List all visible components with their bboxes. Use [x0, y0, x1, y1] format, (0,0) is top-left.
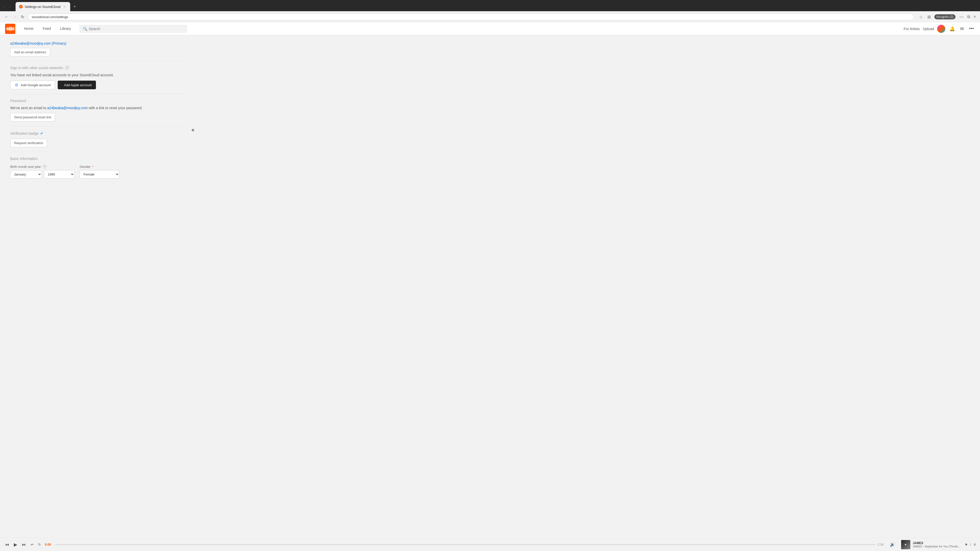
- new-tab-button[interactable]: +: [71, 3, 78, 11]
- soundwave-icon: [6, 27, 14, 31]
- password-section-text: We've sent an email to a24beaba@moodjoy.…: [10, 106, 189, 110]
- notifications-button[interactable]: 🔔: [948, 25, 956, 33]
- google-icon: G: [14, 83, 19, 87]
- gender-label-text: Gender: [80, 165, 91, 168]
- send-reset-button[interactable]: Send password-reset link: [10, 113, 55, 121]
- nav-right-section: For Artists Upload 🔔 ✉ •••: [904, 25, 975, 33]
- more-button[interactable]: •••: [968, 25, 975, 32]
- tab-close-button[interactable]: ×: [62, 4, 67, 9]
- verification-title-text: Verification badge: [10, 131, 38, 135]
- tab-title: Settings on SoundCloud: [25, 5, 60, 9]
- browser-chrome: ‹ › S Settings on SoundCloud × + ← → ↻ s…: [0, 0, 980, 22]
- help-icon: ?: [65, 66, 69, 70]
- divider-2: [10, 94, 189, 94]
- birth-month-select[interactable]: January February March April May June Ju…: [10, 170, 42, 179]
- tab-bar-nav: ‹ ›: [2, 3, 13, 10]
- birth-inputs: January February March April May June Ju…: [10, 170, 75, 179]
- birth-year-select[interactable]: 1993 1994 1995 1996 1997: [44, 170, 75, 179]
- email-section: a24beaba@moodjoy.com (Primary) Add an em…: [10, 41, 189, 56]
- birth-label: Birth month and year ?: [10, 165, 75, 168]
- user-avatar[interactable]: [937, 25, 945, 33]
- sc-logo-icon: [5, 24, 15, 34]
- tab-nav-forward[interactable]: ›: [8, 3, 12, 10]
- bookmark-button[interactable]: ☆: [918, 14, 924, 21]
- extensions-button[interactable]: ⊞: [926, 14, 932, 21]
- social-section-text: You have not linked social accounts to y…: [10, 73, 189, 77]
- for-artists-link[interactable]: For Artists: [904, 27, 920, 31]
- request-verification-button[interactable]: Request verification: [10, 139, 47, 147]
- nav-library[interactable]: Library: [56, 22, 76, 35]
- url-bar[interactable]: soundcloud.com/settings: [28, 14, 914, 21]
- refresh-button[interactable]: ↻: [19, 14, 26, 21]
- add-google-button[interactable]: G Add Google account: [10, 81, 55, 89]
- search-icon: 🔍: [83, 27, 87, 31]
- close-window-button[interactable]: ×: [973, 14, 977, 20]
- social-buttons-row: G Add Google account Add Apple account: [10, 81, 189, 89]
- nav-feed[interactable]: Feed: [38, 22, 56, 35]
- settings-content: a24beaba@moodjoy.com (Primary) Add an em…: [0, 35, 199, 185]
- upload-link[interactable]: Upload: [923, 27, 934, 31]
- nav-home[interactable]: Home: [19, 22, 38, 35]
- window-controls: — ⧉ ×: [959, 14, 977, 20]
- gender-label: Gender *: [80, 165, 119, 168]
- gender-select[interactable]: Female Male Non-binary Custom Prefer not…: [80, 170, 119, 179]
- url-text: soundcloud.com/settings: [32, 15, 68, 19]
- tab-bar: ‹ › S Settings on SoundCloud × +: [0, 0, 980, 11]
- add-apple-button[interactable]: Add Apple account: [58, 81, 96, 89]
- password-section: Password We've sent an email to a24beaba…: [10, 99, 189, 121]
- birth-help-icon: ?: [43, 165, 46, 168]
- divider-4: [10, 152, 189, 152]
- social-networks-section: Sign in with other social networks ? You…: [10, 66, 189, 89]
- email-primary: a24beaba@moodjoy.com (Primary): [10, 41, 189, 45]
- back-button[interactable]: ←: [3, 14, 10, 20]
- divider-1: [10, 61, 189, 61]
- minimize-button[interactable]: —: [959, 14, 965, 20]
- add-apple-label: Add Apple account: [64, 83, 92, 87]
- incognito-button[interactable]: Incognito (2): [934, 14, 956, 19]
- verified-badge-icon: ✔: [40, 131, 43, 136]
- maximize-button[interactable]: ⧉: [966, 14, 971, 20]
- soundcloud-logo[interactable]: [5, 24, 15, 34]
- password-section-title: Password: [10, 99, 189, 103]
- social-section-title: Sign in with other social networks: [10, 66, 63, 70]
- required-indicator: *: [92, 165, 94, 168]
- gender-group: Gender * Female Male Non-binary Custom P…: [80, 165, 119, 179]
- add-google-label: Add Google account: [21, 83, 51, 87]
- add-email-button[interactable]: Add an email address: [10, 48, 50, 56]
- basic-info-form-row: Birth month and year ? January February …: [10, 165, 189, 179]
- soundcloud-nav: Home Feed Library 🔍 For Artists Upload 🔔…: [0, 22, 980, 35]
- nav-buttons: ← → ↻: [3, 14, 26, 21]
- address-bar: ← → ↻ soundcloud.com/settings ☆ ⊞ Incogn…: [0, 11, 980, 22]
- forward-button[interactable]: →: [11, 14, 18, 20]
- birth-label-text: Birth month and year: [10, 165, 41, 168]
- verification-section: Verification badge ✔ Request verificatio…: [10, 131, 189, 147]
- browser-toolbar-icons: ☆ ⊞ Incognito (2): [918, 14, 956, 21]
- search-input[interactable]: [89, 27, 183, 31]
- messages-button[interactable]: ✉: [959, 25, 965, 33]
- search-box[interactable]: 🔍: [80, 25, 187, 33]
- active-tab[interactable]: S Settings on SoundCloud ×: [16, 2, 70, 11]
- birth-date-group: Birth month and year ? January February …: [10, 165, 75, 179]
- divider-3: [10, 126, 189, 126]
- nav-links: Home Feed Library: [19, 22, 76, 35]
- verification-title-row: Verification badge ✔: [10, 131, 189, 136]
- search-area: 🔍: [80, 25, 187, 33]
- password-email-link[interactable]: a24beaba@moodjoy.com: [47, 106, 88, 110]
- basic-info-section: Basic information Birth month and year ?…: [10, 157, 189, 179]
- basic-info-title: Basic information: [10, 157, 189, 161]
- tab-favicon: S: [19, 5, 23, 8]
- tab-nav-back[interactable]: ‹: [2, 3, 6, 10]
